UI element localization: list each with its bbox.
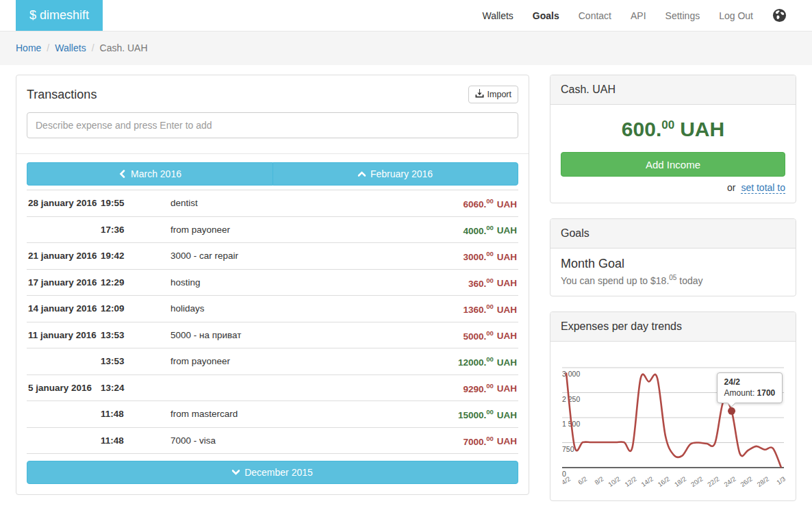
transaction-amount: 12000.00UAH [376, 348, 518, 375]
transaction-description: from payoneer [143, 348, 376, 375]
current-month-button[interactable]: February 2016 [272, 162, 518, 186]
transaction-row[interactable]: 21 january 2016 19:42 3000 - car repair … [27, 243, 518, 270]
svg-text:2 250: 2 250 [562, 394, 580, 403]
older-month-label: December 2015 [244, 467, 313, 478]
chevron-up-icon [358, 170, 366, 178]
transaction-description: from payoneer [143, 216, 376, 243]
transaction-amount: 1360.00UAH [376, 296, 518, 322]
transaction-description: dentist [143, 190, 376, 217]
transaction-description: hosting [143, 269, 376, 296]
panel-divider [16, 153, 529, 154]
expenses-trends-panel: Expenses per day trends 07501 5002 2503 … [550, 312, 796, 501]
navbar-item[interactable]: Wallets [472, 10, 522, 21]
prev-month-label: March 2016 [131, 168, 181, 179]
transaction-date [27, 348, 101, 375]
navbar-item[interactable]: Contact [569, 10, 621, 21]
chart-tooltip: 24/2 Amount: 1700 [717, 372, 783, 403]
breadcrumb-separator: / [47, 42, 49, 53]
add-income-button[interactable]: Add Income [561, 152, 785, 177]
globe-icon[interactable] [763, 8, 796, 23]
transaction-date: 21 january 2016 [27, 243, 101, 270]
transaction-amount: 9290.00UAH [376, 374, 518, 401]
svg-text:12/2: 12/2 [623, 474, 637, 488]
navbar-menu: WalletsGoalsContactAPISettingsLog Out [472, 0, 796, 31]
import-icon [475, 89, 484, 100]
chevron-down-icon [232, 468, 240, 476]
import-button[interactable]: Import [468, 86, 518, 103]
transaction-date [27, 427, 101, 454]
goal-name: Month Goal [561, 257, 785, 271]
goal-hint: You can spend up to $18.05 today [561, 274, 785, 286]
set-total-link[interactable]: set total to [741, 182, 785, 194]
transaction-date: 5 january 2016 [27, 374, 101, 401]
transaction-amount: 360.00UAH [376, 269, 518, 296]
transaction-row[interactable]: 11 january 2016 13:53 5000 - на приват 5… [27, 322, 518, 348]
transaction-description: 7000 - visa [143, 427, 376, 454]
svg-text:6/2: 6/2 [576, 474, 588, 486]
svg-text:14/2: 14/2 [639, 474, 654, 488]
transaction-row[interactable]: 11:48 from mastercard 15000.00UAH [27, 401, 518, 428]
transaction-row[interactable]: 17:36 from payoneer 4000.00UAH [27, 216, 518, 243]
prev-month-button[interactable]: March 2016 [27, 162, 272, 186]
transaction-amount: 6060.00UAH [376, 190, 518, 217]
navbar: $ dimeshift WalletsGoalsContactAPISettin… [0, 0, 812, 31]
tooltip-amount: Amount: 1700 [724, 388, 776, 398]
svg-text:22/2: 22/2 [706, 474, 720, 488]
svg-text:24/2: 24/2 [722, 474, 737, 488]
transaction-description: 3000 - car repair [143, 243, 376, 270]
svg-text:3 000: 3 000 [562, 370, 580, 378]
navbar-item[interactable]: Goals [523, 10, 569, 21]
transactions-title: Transactions [27, 88, 97, 102]
transaction-time: 13:24 [101, 374, 143, 401]
navbar-item[interactable]: API [621, 10, 656, 21]
svg-text:20/2: 20/2 [689, 474, 704, 488]
transaction-amount: 4000.00UAH [376, 216, 518, 243]
svg-text:26/2: 26/2 [739, 474, 753, 488]
transaction-time: 11:48 [101, 401, 143, 428]
transaction-date: 28 january 2016 [27, 190, 101, 217]
breadcrumb-strip: Home / Wallets / Cash. UAH [0, 31, 812, 65]
expenses-chart: 07501 5002 2503 0004/26/28/210/212/214/2… [561, 351, 785, 496]
transaction-row[interactable]: 14 january 2016 12:09 holidays 1360.00UA… [27, 296, 518, 322]
breadcrumb-wallets-link[interactable]: Wallets [55, 42, 86, 53]
svg-text:16/2: 16/2 [657, 474, 671, 488]
transaction-date: 11 january 2016 [27, 322, 101, 348]
transaction-date: 14 january 2016 [27, 296, 101, 322]
transaction-amount: 15000.00UAH [376, 401, 518, 428]
transactions-table: 28 january 2016 19:55 dentist 6060.00UAH… [27, 190, 518, 454]
transaction-time: 12:29 [101, 269, 143, 296]
transaction-row[interactable]: 17 january 2016 12:29 hosting 360.00UAH [27, 269, 518, 296]
brand-logo[interactable]: $ dimeshift [16, 0, 103, 31]
transaction-time: 11:48 [101, 427, 143, 454]
expenses-trends-title: Expenses per day trends [550, 312, 796, 342]
transaction-row[interactable]: 5 january 2016 13:24 9290.00UAH [27, 374, 518, 401]
tooltip-date: 24/2 [724, 377, 776, 387]
transaction-description [143, 374, 376, 401]
transaction-amount: 5000.00UAH [376, 322, 518, 348]
svg-text:18/2: 18/2 [673, 474, 687, 488]
breadcrumb: Home / Wallets / Cash. UAH [16, 42, 796, 53]
svg-text:10/2: 10/2 [607, 474, 621, 488]
transaction-time: 17:36 [101, 216, 143, 243]
transaction-amount: 3000.00UAH [376, 243, 518, 270]
navbar-item[interactable]: Settings [656, 10, 710, 21]
svg-text:750: 750 [562, 444, 574, 453]
breadcrumb-home-link[interactable]: Home [16, 42, 41, 53]
transaction-row[interactable]: 28 january 2016 19:55 dentist 6060.00UAH [27, 190, 518, 217]
transaction-row[interactable]: 13:53 from payoneer 12000.00UAH [27, 348, 518, 375]
current-month-label: February 2016 [370, 168, 433, 179]
older-month-button[interactable]: December 2015 [27, 461, 518, 484]
wallet-total: 600.00UAH [561, 118, 785, 141]
transaction-time: 12:09 [101, 296, 143, 322]
transaction-row[interactable]: 11:48 7000 - visa 7000.00UAH [27, 427, 518, 454]
add-expense-input[interactable] [27, 112, 518, 138]
import-label: Import [487, 90, 511, 99]
transaction-description: 5000 - на приват [143, 322, 376, 348]
transaction-time: 13:53 [101, 322, 143, 348]
wallet-panel-title: Cash. UAH [550, 75, 796, 105]
svg-text:8/2: 8/2 [593, 474, 605, 486]
navbar-item[interactable]: Log Out [709, 10, 763, 21]
transaction-description: holidays [143, 296, 376, 322]
transaction-date [27, 401, 101, 428]
transaction-time: 19:42 [101, 243, 143, 270]
